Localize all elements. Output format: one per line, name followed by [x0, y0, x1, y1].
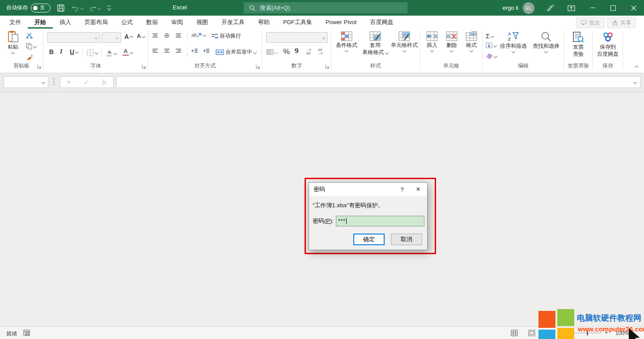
grow-font-button[interactable]: A [124, 33, 133, 40]
insert-cells-button[interactable]: 插入 [423, 31, 441, 52]
align-bottom-button[interactable] [175, 33, 182, 38]
tab-data[interactable]: 数据 [140, 16, 165, 29]
undo-button[interactable] [72, 4, 83, 11]
align-top-button[interactable] [152, 33, 158, 38]
redo-button[interactable] [89, 4, 101, 11]
zoom-slider[interactable] [573, 333, 602, 333]
zoom-slider-thumb[interactable] [587, 331, 588, 335]
save-to-baidu-button[interactable]: 保存到 百度网盘 [594, 31, 622, 57]
tab-insert[interactable]: 插入 [53, 16, 78, 29]
bold-button[interactable]: B [49, 48, 54, 55]
formula-bar-grip[interactable] [53, 78, 55, 85]
sort-filter-button[interactable]: A Z 排序和筛选 [498, 31, 529, 53]
align-center-button[interactable] [164, 48, 170, 54]
password-input[interactable]: *** [336, 216, 424, 226]
ok-button[interactable]: 确定 [353, 234, 385, 245]
fill-button[interactable] [486, 42, 496, 48]
shrink-font-button[interactable]: A [137, 33, 145, 39]
merge-center-button[interactable]: 合并后居中 [216, 48, 256, 56]
tab-view[interactable]: 视图 [190, 16, 215, 29]
align-left-button[interactable] [152, 48, 158, 54]
tab-developer[interactable]: 开发工具 [215, 16, 251, 29]
clear-button[interactable] [486, 53, 497, 59]
dialog-help-button[interactable]: ? [395, 186, 409, 193]
font-size-combobox[interactable] [102, 32, 121, 43]
paste-button[interactable]: 粘贴 [4, 30, 22, 54]
dialog-launcher-icon[interactable] [325, 64, 330, 69]
cut-button[interactable] [26, 32, 33, 39]
dialog-launcher-icon[interactable] [256, 64, 260, 69]
comments-button[interactable]: 批注 [576, 17, 605, 28]
search-box[interactable]: 搜索(Alt+Q) [244, 2, 407, 13]
customize-qat-icon[interactable] [107, 6, 111, 10]
tab-pdf-tools[interactable]: PDF工具集 [276, 16, 319, 29]
maximize-button[interactable] [603, 0, 623, 16]
decrease-indent-button[interactable] [191, 48, 198, 54]
orientation-button[interactable]: ab [191, 32, 206, 38]
collapse-ribbon-button[interactable] [635, 64, 638, 70]
minimize-button[interactable] [582, 0, 603, 16]
cell-styles-button[interactable]: 单元格样式 [390, 31, 419, 52]
share-button[interactable]: 共享 [607, 17, 636, 28]
invoice-check-button[interactable]: 发票 查验 [568, 31, 589, 57]
underline-button[interactable]: U [70, 48, 78, 55]
tab-home[interactable]: 开始 [28, 16, 53, 29]
tab-formulas[interactable]: 公式 [114, 16, 140, 29]
autosum-button[interactable]: Σ [486, 32, 494, 40]
fill-color-button[interactable] [106, 49, 117, 57]
tab-power-pivot[interactable]: Power Pivot [319, 16, 363, 29]
format-painter-button[interactable] [26, 54, 33, 60]
save-icon[interactable] [57, 4, 64, 12]
number-format-combobox[interactable] [266, 32, 328, 43]
dialog-close-button[interactable]: × [409, 185, 427, 193]
zoom-out-button[interactable]: – [566, 329, 569, 336]
cancel-button[interactable]: 取消 [391, 234, 422, 245]
ribbon-display-options-icon[interactable] [568, 4, 575, 12]
insert-function-icon[interactable]: fx [102, 79, 106, 86]
increase-decimal-button[interactable]: ←0.00 [305, 48, 311, 55]
feedback-pen-icon[interactable] [546, 4, 554, 12]
font-color-button[interactable]: A [123, 48, 133, 56]
autosave-toggle[interactable]: 关 [31, 4, 51, 13]
dialog-launcher-icon[interactable] [37, 64, 42, 69]
conditional-formatting-button[interactable]: 条件格式 [333, 31, 360, 52]
confirm-entry-icon[interactable]: ✓ [84, 79, 89, 86]
font-name-combobox[interactable] [47, 32, 100, 43]
zoom-in-button[interactable]: + [605, 329, 608, 336]
normal-view-button[interactable] [511, 330, 518, 336]
page-break-view-button[interactable] [546, 330, 553, 336]
avatar[interactable]: EL [523, 2, 534, 14]
formula-input[interactable] [116, 76, 640, 88]
zoom-level[interactable]: 100% [615, 330, 629, 336]
delete-cells-button[interactable]: 删除 [443, 31, 461, 52]
name-box[interactable] [4, 76, 48, 88]
tab-review[interactable]: 审阅 [165, 16, 190, 29]
wrap-text-button[interactable]: 自动换行 [211, 32, 241, 40]
find-select-button[interactable]: 查找和选择 [530, 31, 562, 53]
comma-style-icon[interactable]: 9 [295, 46, 299, 55]
align-right-button[interactable] [175, 48, 182, 54]
tab-file[interactable]: 文件 [3, 16, 28, 29]
copy-button[interactable] [26, 43, 36, 50]
format-painter-icon [26, 54, 33, 60]
tab-page-layout[interactable]: 页面布局 [78, 16, 114, 29]
italic-button[interactable]: I [60, 48, 62, 55]
align-middle-button[interactable] [164, 33, 170, 38]
increase-indent-button[interactable] [203, 48, 210, 54]
cancel-entry-icon[interactable]: × [67, 79, 71, 86]
accounting-format-button[interactable] [266, 49, 278, 55]
mouse-cursor [629, 329, 644, 339]
user-name[interactable]: ergo li [503, 4, 518, 11]
expand-formula-bar-icon[interactable] [633, 80, 637, 84]
decrease-decimal-button[interactable]: .00→0 [317, 48, 322, 55]
tab-baidu-netdisk[interactable]: 百度网盘 [363, 16, 400, 29]
percent-style-button[interactable]: % [283, 47, 290, 56]
format-cells-button[interactable]: 格式 [462, 31, 480, 52]
format-as-table-button[interactable]: 套用 表格格式 [361, 31, 389, 55]
page-layout-view-button[interactable] [528, 330, 535, 336]
close-button[interactable] [623, 0, 644, 16]
dialog-launcher-icon[interactable] [142, 64, 146, 69]
macro-record-icon[interactable] [23, 330, 30, 336]
borders-button[interactable] [87, 49, 98, 56]
tab-help[interactable]: 帮助 [251, 16, 276, 29]
